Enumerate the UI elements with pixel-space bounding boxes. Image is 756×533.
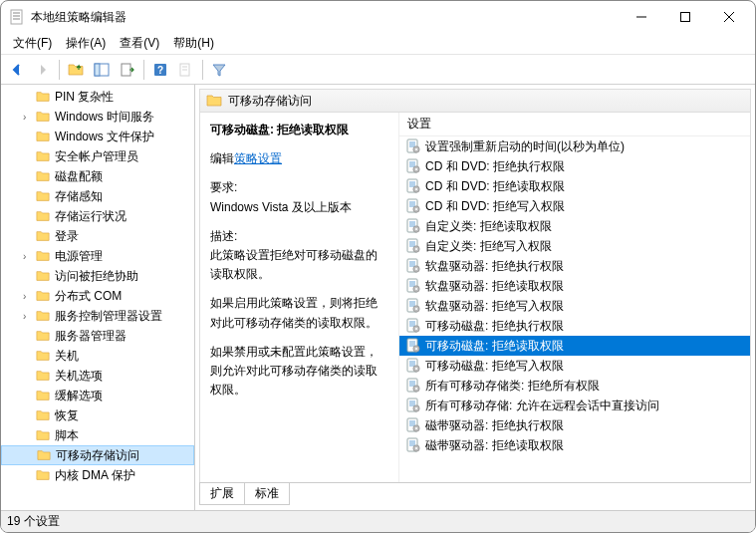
setting-item[interactable]: 可移动磁盘: 拒绝执行权限 [399,316,750,336]
folder-icon [35,209,51,223]
setting-item[interactable]: CD 和 DVD: 拒绝写入权限 [399,196,750,216]
tree-item[interactable]: 脚本 [1,425,194,445]
setting-item-label: 磁带驱动器: 拒绝读取权限 [425,437,564,454]
menu-file[interactable]: 文件(F) [7,33,58,54]
policy-icon [405,338,421,354]
tree-item[interactable]: ›电源管理 [1,246,194,266]
policy-setting-link[interactable]: 策略设置 [234,151,282,165]
tree-item-label: 登录 [55,228,79,245]
setting-item[interactable]: 所有可移动存储: 允许在远程会话中直接访问 [399,396,750,415]
setting-item[interactable]: 自定义类: 拒绝读取权限 [399,216,750,236]
menu-action[interactable]: 操作(A) [60,33,112,54]
tree-item-label: 存储感知 [55,188,103,205]
tree-item[interactable]: 登录 [1,226,194,246]
folder-icon [35,90,51,104]
tree-item-label: 存储运行状况 [55,208,126,225]
toolbar: ? [1,55,755,85]
forward-button[interactable] [31,58,55,82]
chevron-icon: › [23,291,35,302]
tree-item[interactable]: ›Windows 时间服务 [1,107,194,127]
setting-item-label: 软盘驱动器: 拒绝执行权限 [425,258,564,275]
policy-icon [405,238,421,254]
tree-item[interactable]: PIN 复杂性 [1,87,194,107]
setting-item[interactable]: 磁带驱动器: 拒绝执行权限 [399,415,750,435]
setting-item-label: 软盘驱动器: 拒绝写入权限 [425,298,564,315]
tree-item[interactable]: 安全帐户管理员 [1,146,194,166]
tree-item[interactable]: Windows 文件保护 [1,127,194,146]
detail-desc-body1: 此策略设置拒绝对可移动磁盘的读取权限。 [210,246,388,284]
setting-item[interactable]: CD 和 DVD: 拒绝读取权限 [399,176,750,196]
back-button[interactable] [5,58,29,82]
tree-item[interactable]: 可移动存储访问 [1,445,194,465]
setting-item[interactable]: 所有可移动存储类: 拒绝所有权限 [399,376,750,396]
maximize-button[interactable] [667,3,703,31]
detail-req-value: Windows Vista 及以上版本 [210,198,388,217]
detail-title: 可移动磁盘: 拒绝读取权限 [210,121,388,139]
menu-view[interactable]: 查看(V) [114,33,165,54]
setting-item-label: 可移动磁盘: 拒绝写入权限 [425,358,564,375]
menu-help[interactable]: 帮助(H) [167,33,220,54]
setting-item[interactable]: 软盘驱动器: 拒绝写入权限 [399,296,750,316]
tree-item[interactable]: ›分布式 COM [1,286,194,306]
policy-icon [405,358,421,374]
tree-item-label: 缓解选项 [55,388,103,404]
tree-item[interactable]: 访问被拒绝协助 [1,266,194,286]
tree-item[interactable]: ›服务控制管理器设置 [1,306,194,326]
up-button[interactable] [64,58,88,82]
content-header: 可移动存储访问 [199,89,751,113]
folder-icon [35,130,51,143]
menubar: 文件(F) 操作(A) 查看(V) 帮助(H) [1,33,755,55]
folder-icon [35,229,51,243]
main-content: PIN 复杂性›Windows 时间服务Windows 文件保护安全帐户管理员磁… [1,85,755,510]
export-list-button[interactable] [116,58,139,82]
setting-item[interactable]: 可移动磁盘: 拒绝写入权限 [399,356,750,376]
svg-rect-11 [681,13,690,22]
folder-icon [35,349,51,363]
tree-item[interactable]: 服务器管理器 [1,326,194,346]
policy-icon [405,398,421,413]
setting-item-label: 软盘驱动器: 拒绝读取权限 [425,278,564,295]
minimize-button[interactable] [624,3,659,31]
tree-item[interactable]: 关机 [1,346,194,366]
help-button[interactable]: ? [148,58,172,82]
setting-item[interactable]: 自定义类: 拒绝写入权限 [399,236,750,256]
tree-item[interactable]: 缓解选项 [1,386,194,405]
setting-item-label: 所有可移动存储: 允许在远程会话中直接访问 [425,398,659,414]
detail-pane: 可移动磁盘: 拒绝读取权限 编辑策略设置 要求: Windows Vista 及… [200,113,399,482]
window-title: 本地组策略编辑器 [31,9,624,26]
setting-item[interactable]: 可移动磁盘: 拒绝读取权限 [399,336,750,356]
tree-item-label: 关机 [55,348,79,365]
setting-item[interactable]: 设置强制重新启动的时间(以秒为单位) [399,136,750,156]
properties-button[interactable] [174,58,198,82]
tree-item[interactable]: 存储运行状况 [1,206,194,226]
statusbar: 19 个设置 [1,510,755,532]
folder-icon [35,329,51,343]
tree-item[interactable]: 磁盘配额 [1,166,194,186]
show-hide-tree-button[interactable] [90,58,114,82]
settings-column-header[interactable]: 设置 [399,113,750,136]
policy-icon [405,417,421,433]
setting-item[interactable]: 软盘驱动器: 拒绝读取权限 [399,276,750,296]
setting-item-label: 自定义类: 拒绝写入权限 [425,238,552,255]
close-button[interactable] [711,3,747,31]
nav-tree[interactable]: PIN 复杂性›Windows 时间服务Windows 文件保护安全帐户管理员磁… [1,85,195,510]
folder-icon [36,448,52,462]
tree-item[interactable]: 内核 DMA 保护 [1,465,194,485]
setting-item-label: CD 和 DVD: 拒绝读取权限 [425,178,565,195]
setting-item[interactable]: 磁带驱动器: 拒绝读取权限 [399,435,750,455]
folder-icon [35,428,51,442]
tree-item-label: 恢复 [55,407,79,424]
tab-standard[interactable]: 标准 [244,483,290,505]
filter-button[interactable] [207,58,231,82]
tree-item-label: 服务控制管理器设置 [55,308,162,325]
setting-item[interactable]: CD 和 DVD: 拒绝执行权限 [399,156,750,176]
tree-item[interactable]: 关机选项 [1,366,194,386]
tree-item[interactable]: 恢复 [1,405,194,425]
settings-list[interactable]: 设置 设置强制重新启动的时间(以秒为单位)CD 和 DVD: 拒绝执行权限CD … [399,113,750,482]
tree-item[interactable]: 存储感知 [1,186,194,206]
app-icon [9,9,25,25]
status-text: 19 个设置 [7,513,60,530]
tree-item-label: 电源管理 [55,248,103,265]
setting-item[interactable]: 软盘驱动器: 拒绝执行权限 [399,256,750,276]
tab-extended[interactable]: 扩展 [199,483,245,505]
